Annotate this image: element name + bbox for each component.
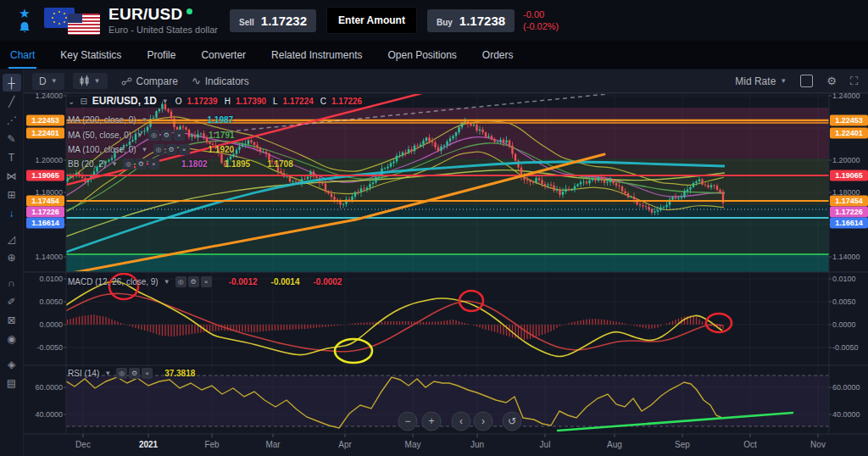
svg-text:+: + xyxy=(428,415,434,427)
eye-icon[interactable]: ◎ xyxy=(153,144,164,155)
bb-legend: BB (20, 2) ▼ ◎ ⚙ × 1.1802 1.1895 1.1708 xyxy=(68,158,293,170)
close-icon[interactable]: × xyxy=(201,276,212,287)
alert-bell-icon[interactable] xyxy=(19,21,31,34)
eye-icon[interactable]: ◎ xyxy=(116,368,127,379)
svg-text:1.17226: 1.17226 xyxy=(31,208,59,216)
svg-text:1.22453: 1.22453 xyxy=(835,116,863,125)
tab-open-positions[interactable]: Open Positions xyxy=(386,42,458,69)
gear-icon[interactable]: ⚙ xyxy=(136,158,147,170)
chevron-down-icon[interactable]: ▼ xyxy=(104,370,111,377)
snapshot-icon[interactable] xyxy=(800,75,813,87)
compare-icon xyxy=(121,76,132,86)
chevron-down-icon[interactable]: ▼ xyxy=(164,278,170,286)
price-tick: 0.0050 xyxy=(832,298,856,306)
remove-all-tool[interactable]: ▤ xyxy=(3,374,21,392)
gear-icon[interactable]: ⚙ xyxy=(826,75,837,87)
maximize-icon[interactable]: ⊟ xyxy=(80,97,86,106)
chevron-down-icon[interactable]: ▼ xyxy=(142,146,148,153)
favorite-star-icon[interactable]: ★ xyxy=(19,7,30,20)
chevron-down-icon[interactable]: ▼ xyxy=(142,116,148,124)
trendline-tool[interactable]: ╱ xyxy=(3,92,21,110)
time-axis-label[interactable]: Aug xyxy=(607,440,622,449)
text-tool[interactable]: T xyxy=(3,148,21,166)
enter-amount-button[interactable]: Enter Amount xyxy=(326,7,417,34)
hide-all-tool[interactable]: ◉ xyxy=(3,330,21,348)
high-label: H xyxy=(225,97,231,106)
eye-icon[interactable]: ◎ xyxy=(123,158,134,170)
pattern-tool[interactable]: ⋈ xyxy=(3,167,21,185)
indicator-value: 37.3818 xyxy=(164,369,195,378)
scroll-right-button[interactable]: › xyxy=(474,412,492,431)
time-axis-label[interactable]: Jul xyxy=(540,440,551,449)
collapse-icon[interactable]: ⌄ xyxy=(68,97,75,106)
draw-lock-tool[interactable]: ✐ xyxy=(3,292,21,310)
time-axis-label[interactable]: Jun xyxy=(470,440,484,449)
us-flag xyxy=(68,14,100,35)
gear-icon[interactable]: ⚙ xyxy=(166,144,177,155)
buy-button[interactable]: Buy 1.17238 xyxy=(427,9,515,32)
crosshair-tool[interactable]: ┼ xyxy=(3,74,21,92)
time-axis-label[interactable]: Oct xyxy=(743,440,757,449)
sell-button[interactable]: Sell 1.17232 xyxy=(230,9,316,32)
time-axis-label[interactable]: Dec xyxy=(75,440,91,449)
indicators-button[interactable]: ∿ Indicators xyxy=(192,75,249,87)
time-axis-label[interactable]: Feb xyxy=(204,440,220,449)
time-axis-label[interactable]: Sep xyxy=(675,440,690,449)
rsi-legend: RSI (14) ▼ ◎ ⚙ × 37.3818 xyxy=(68,368,195,379)
svg-text:1.19065: 1.19065 xyxy=(835,171,863,180)
eye-icon[interactable]: ◎ xyxy=(148,130,159,141)
svg-text:1.22401: 1.22401 xyxy=(31,129,59,137)
close-icon[interactable]: × xyxy=(142,368,153,379)
instrument-header: ★ EUR/USD Euro - United States dollar xyxy=(0,0,868,41)
brush-tool[interactable]: ✎ xyxy=(3,130,21,147)
market-open-dot xyxy=(186,8,192,14)
chevron-down-icon: ▼ xyxy=(94,77,101,85)
time-axis-label[interactable]: Nov xyxy=(810,440,826,449)
zoom-in-button[interactable]: + xyxy=(422,412,441,431)
tab-converter[interactable]: Converter xyxy=(199,42,248,69)
magnet-tool[interactable]: ∩ xyxy=(3,274,21,292)
zoom-out-button[interactable]: − xyxy=(398,412,417,431)
gear-icon[interactable]: ⚙ xyxy=(188,276,199,287)
indicator-value: -0.0002 xyxy=(313,277,342,286)
chevron-down-icon[interactable]: ▼ xyxy=(136,131,143,139)
interval-select[interactable]: D ▼ xyxy=(32,73,64,90)
indicator-value: 1.1895 xyxy=(225,159,251,169)
price-tick: 0.0100 xyxy=(832,275,856,283)
tab-profile[interactable]: Profile xyxy=(145,42,177,69)
measure-tool[interactable]: ◿ xyxy=(3,230,21,247)
close-icon[interactable]: × xyxy=(179,144,190,155)
zone-band xyxy=(66,218,829,254)
compare-button[interactable]: Compare xyxy=(121,75,178,87)
gear-icon[interactable]: ⚙ xyxy=(161,130,172,141)
indicator-label: MA (200, close, 0) xyxy=(68,115,136,125)
eye-icon[interactable]: ◎ xyxy=(175,276,186,287)
svg-text:1.16614: 1.16614 xyxy=(31,219,59,227)
time-axis-label[interactable]: Apr xyxy=(338,440,352,449)
zoom-in-tool[interactable]: ⊕ xyxy=(3,248,21,266)
price-mode-select[interactable]: Mid Rate ▼ xyxy=(735,75,787,87)
time-axis-label[interactable]: Mar xyxy=(265,440,281,449)
tab-orders[interactable]: Orders xyxy=(481,42,515,69)
chevron-down-icon[interactable]: ▼ xyxy=(111,160,118,168)
lock-all-tool[interactable]: ⊠ xyxy=(3,311,21,329)
reset-view-button[interactable]: ↺ xyxy=(503,412,521,431)
chevron-down-icon[interactable]: ▼ xyxy=(162,97,169,105)
price-tick: 40.0000 xyxy=(35,410,63,419)
tab-related-instruments[interactable]: Related Instruments xyxy=(270,42,364,69)
arrow-marker-tool[interactable]: ↓ xyxy=(3,204,21,222)
indicators-icon: ∿ xyxy=(192,75,201,87)
channel-tool[interactable]: ⋰ xyxy=(3,111,21,129)
chart-type-select[interactable]: ▼ xyxy=(73,73,108,89)
tab-chart[interactable]: Chart xyxy=(8,42,36,69)
forecast-tool[interactable]: ⊞ xyxy=(3,186,21,203)
tab-key-statistics[interactable]: Key Statistics xyxy=(58,42,123,69)
scroll-left-button[interactable]: ‹ xyxy=(452,412,470,431)
time-axis-label[interactable]: May xyxy=(405,440,421,449)
time-axis-label[interactable]: 2021 xyxy=(139,440,159,449)
fullscreen-icon[interactable]: ⛶ xyxy=(850,75,858,88)
close-icon[interactable]: × xyxy=(174,130,185,141)
object-tree-tool[interactable]: ◈ xyxy=(3,355,21,373)
gear-icon[interactable]: ⚙ xyxy=(129,368,140,379)
close-icon[interactable]: × xyxy=(148,158,159,170)
